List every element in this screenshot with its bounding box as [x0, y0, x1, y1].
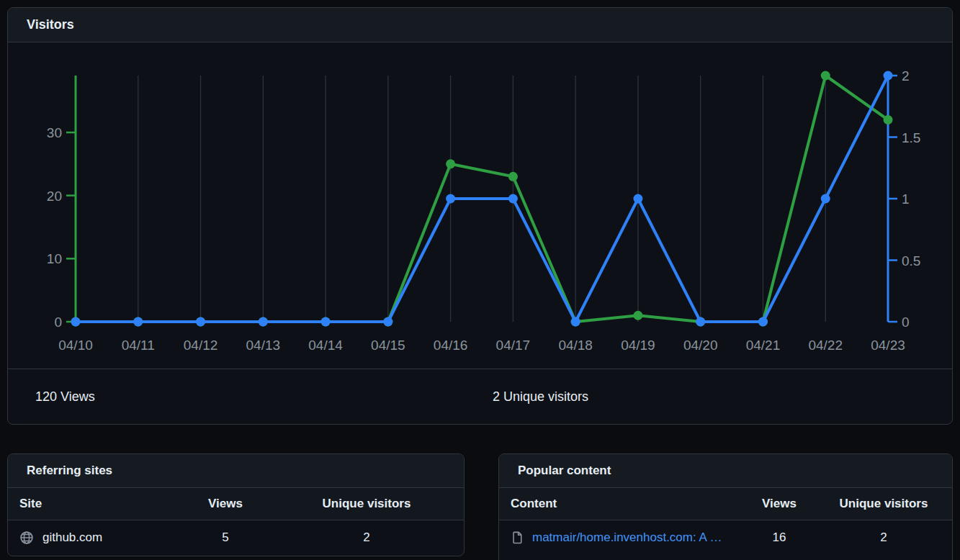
- unique-visitors-point: [71, 317, 81, 327]
- referring-sites-header: Referring sites: [8, 454, 464, 488]
- unique-visitors-point: [383, 317, 392, 327]
- x-axis-date-label: 04/13: [246, 338, 281, 353]
- unique-visitors-point: [196, 317, 205, 327]
- unique-visitors-point: [321, 317, 331, 327]
- x-axis-date-label: 04/14: [308, 338, 343, 353]
- popular-content-link[interactable]: matmair/home.invenhost.com: A …: [532, 530, 722, 545]
- visitors-card: Visitors 010203000.511.5204/1004/1104/12…: [7, 7, 953, 425]
- visitors-title: Visitors: [27, 17, 74, 32]
- column-header-views: Views: [181, 497, 269, 511]
- column-header-views: Views: [743, 497, 815, 511]
- unique-visitors-point: [259, 317, 268, 327]
- unique-visitors-point: [884, 71, 893, 81]
- referring-site-row: github.com 5 2: [8, 520, 464, 554]
- views-point: [884, 115, 893, 125]
- visitors-card-header: Visitors: [8, 8, 952, 42]
- views-point: [508, 172, 518, 181]
- globe-icon: [19, 530, 34, 545]
- right-axis-tick-label: 2: [902, 68, 910, 83]
- left-axis-tick-label: 0: [54, 315, 62, 330]
- unique-visitors-point: [821, 194, 830, 204]
- unique-visitors-point: [633, 194, 642, 204]
- referring-sites-card: Referring sites Site Views Unique visito…: [7, 453, 465, 556]
- unique-visitors-point: [571, 317, 580, 327]
- x-axis-date-label: 04/16: [434, 338, 468, 353]
- x-axis-date-label: 04/20: [683, 338, 718, 353]
- x-axis-date-label: 04/21: [746, 338, 781, 353]
- popular-content-views: 16: [743, 530, 815, 545]
- x-axis-date-label: 04/11: [122, 338, 155, 353]
- unique-visitors-point: [696, 317, 705, 327]
- column-header-unique-visitors: Unique visitors: [269, 497, 464, 511]
- total-views-stat: 120 Views: [35, 389, 95, 404]
- column-header-content: Content: [499, 497, 743, 511]
- visitors-chart: 010203000.511.5204/1004/1104/1204/1304/1…: [8, 42, 952, 369]
- right-axis-tick-label: 0: [902, 315, 910, 330]
- x-axis-date-label: 04/22: [808, 338, 843, 353]
- left-axis-tick-label: 10: [47, 251, 62, 266]
- left-axis-tick-label: 20: [47, 189, 62, 204]
- referring-site-views: 5: [181, 530, 269, 545]
- column-header-unique-visitors: Unique visitors: [815, 497, 952, 511]
- visitors-summary: 120 Views 2 Unique visitors: [8, 369, 952, 423]
- x-axis-date-label: 04/18: [558, 338, 593, 353]
- views-point: [633, 311, 642, 320]
- right-axis-tick-label: 0.5: [902, 253, 920, 268]
- referring-sites-column-headers: Site Views Unique visitors: [8, 488, 464, 520]
- column-header-site: Site: [8, 497, 181, 511]
- x-axis-date-label: 04/19: [621, 338, 655, 353]
- x-axis-date-label: 04/17: [496, 338, 531, 353]
- file-icon: [511, 531, 524, 544]
- x-axis-date-label: 04/23: [871, 338, 905, 353]
- views-point: [446, 159, 455, 168]
- unique-visitors-line: [76, 76, 888, 322]
- referring-site-unique: 2: [269, 530, 464, 545]
- unique-visitors-point: [758, 317, 768, 327]
- popular-content-title: Popular content: [518, 464, 611, 478]
- x-axis-date-label: 04/10: [58, 338, 93, 353]
- popular-content-header: Popular content: [499, 454, 952, 488]
- popular-content-unique: 2: [815, 530, 952, 545]
- x-axis-date-label: 04/15: [371, 338, 405, 353]
- popular-content-row: matmair/home.invenhost.com: A … 16 2: [499, 520, 952, 554]
- x-axis-date-label: 04/12: [184, 338, 218, 353]
- unique-visitors-point: [133, 317, 143, 327]
- referring-sites-title: Referring sites: [27, 464, 112, 478]
- right-axis-tick-label: 1.5: [902, 130, 920, 145]
- views-point: [821, 71, 830, 81]
- referring-site-name: github.com: [42, 530, 102, 545]
- popular-content-column-headers: Content Views Unique visitors: [499, 488, 952, 520]
- right-axis-tick-label: 1: [902, 191, 910, 207]
- unique-visitors-point: [508, 194, 518, 204]
- left-axis-tick-label: 30: [47, 125, 62, 140]
- total-unique-visitors-stat: 2 Unique visitors: [493, 389, 588, 404]
- unique-visitors-point: [446, 194, 455, 204]
- popular-content-card: Popular content Content Views Unique vis…: [498, 453, 953, 560]
